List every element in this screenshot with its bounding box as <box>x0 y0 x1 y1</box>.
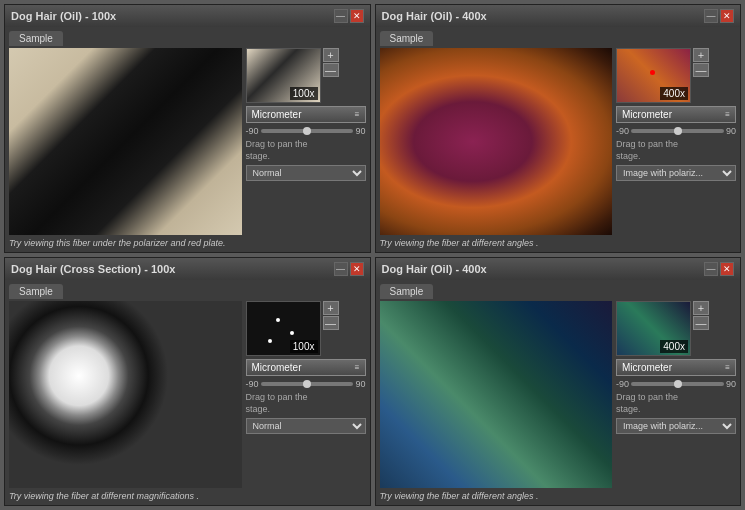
mode-select-1[interactable]: Normal <box>246 165 366 181</box>
slider-max-4: 90 <box>726 379 736 389</box>
micrometer-label-3: Micrometer ≡ <box>246 359 366 376</box>
zoom-in-button-3[interactable]: + <box>323 301 339 315</box>
main-grid: Dog Hair (Oil) - 100x — ✕ Sample <box>0 0 745 510</box>
image-bg-1 <box>9 48 242 235</box>
micrometer-icon-3: ≡ <box>355 363 360 372</box>
micrometer-icon-1: ≡ <box>355 110 360 119</box>
white-dot-1 <box>276 318 280 322</box>
slider-track-4[interactable] <box>631 382 724 386</box>
microscope-image-4[interactable] <box>380 301 613 488</box>
title-buttons-3: — ✕ <box>334 262 364 276</box>
panel-titlebar-1: Dog Hair (Oil) - 100x — ✕ <box>5 5 370 27</box>
slider-track-1[interactable] <box>261 129 354 133</box>
panel-titlebar-2: Dog Hair (Oil) - 400x — ✕ <box>376 5 741 27</box>
sample-tab-3[interactable]: Sample <box>9 284 63 299</box>
zoom-btn-row-2: + — <box>693 48 709 77</box>
sample-tab-1[interactable]: Sample <box>9 31 63 46</box>
close-button-3[interactable]: ✕ <box>350 262 364 276</box>
microscope-image-3[interactable] <box>9 301 242 488</box>
zoom-in-button-4[interactable]: + <box>693 301 709 315</box>
slider-row-1: -90 90 <box>246 126 366 136</box>
zoom-badge-1: 100x <box>290 87 318 100</box>
panel-body-4: Sample 400x + <box>376 280 741 505</box>
image-bg-4 <box>380 301 613 488</box>
drag-text-4: Drag to pan thestage. <box>616 392 736 415</box>
panel-body-3: Sample <box>5 280 370 505</box>
micrometer-text-2: Micrometer <box>622 109 672 120</box>
zoom-row-4: 400x + — <box>616 301 736 356</box>
sample-tab-4[interactable]: Sample <box>380 284 434 299</box>
zoom-row-2: 400x + — <box>616 48 736 103</box>
panel-title-3: Dog Hair (Cross Section) - 100x <box>11 263 175 275</box>
slider-row-4: -90 90 <box>616 379 736 389</box>
caption-4: Try viewing the fiber at different angle… <box>380 491 737 501</box>
panel-3: Dog Hair (Cross Section) - 100x — ✕ Samp… <box>4 257 371 506</box>
zoom-thumb-4: 400x <box>616 301 691 356</box>
slider-track-2[interactable] <box>631 129 724 133</box>
slider-row-2: -90 90 <box>616 126 736 136</box>
zoom-out-button-2[interactable]: — <box>693 63 709 77</box>
caption-3: Try viewing the fiber at different magni… <box>9 491 366 501</box>
slider-max-2: 90 <box>726 126 736 136</box>
controls-panel-4: 400x + — Micrometer ≡ -90 <box>616 301 736 488</box>
mode-select-3[interactable]: Normal <box>246 418 366 434</box>
minimize-button-2[interactable]: — <box>704 9 718 23</box>
slider-thumb-1 <box>303 127 311 135</box>
panel-4: Dog Hair (Oil) - 400x — ✕ Sample <box>375 257 742 506</box>
panel-2: Dog Hair (Oil) - 400x — ✕ Sample <box>375 4 742 253</box>
slider-thumb-2 <box>674 127 682 135</box>
minimize-button-1[interactable]: — <box>334 9 348 23</box>
zoom-btn-row-1: + — <box>323 48 339 77</box>
panel-title-1: Dog Hair (Oil) - 100x <box>11 10 116 22</box>
panel-title-4: Dog Hair (Oil) - 400x <box>382 263 487 275</box>
micrometer-icon-4: ≡ <box>725 363 730 372</box>
close-button-2[interactable]: ✕ <box>720 9 734 23</box>
zoom-thumb-1: 100x <box>246 48 321 103</box>
slider-max-1: 90 <box>355 126 365 136</box>
caption-1: Try viewing this fiber under the polariz… <box>9 238 366 248</box>
slider-min-3: -90 <box>246 379 259 389</box>
content-area-4: 400x + — Micrometer ≡ -90 <box>380 301 737 488</box>
zoom-btn-row-3: + — <box>323 301 339 330</box>
close-button-1[interactable]: ✕ <box>350 9 364 23</box>
image-bg-3 <box>9 301 242 488</box>
micrometer-text-4: Micrometer <box>622 362 672 373</box>
slider-thumb-4 <box>674 380 682 388</box>
panel-titlebar-4: Dog Hair (Oil) - 400x — ✕ <box>376 258 741 280</box>
zoom-row-3: 100x + — <box>246 301 366 356</box>
slider-thumb-3 <box>303 380 311 388</box>
zoom-out-button-4[interactable]: — <box>693 316 709 330</box>
zoom-in-button-1[interactable]: + <box>323 48 339 62</box>
zoom-thumb-2: 400x <box>616 48 691 103</box>
microscope-image-1[interactable] <box>9 48 242 235</box>
slider-row-3: -90 90 <box>246 379 366 389</box>
title-buttons-4: — ✕ <box>704 262 734 276</box>
minimize-button-3[interactable]: — <box>334 262 348 276</box>
zoom-in-button-2[interactable]: + <box>693 48 709 62</box>
drag-text-3: Drag to pan thestage. <box>246 392 366 415</box>
close-button-4[interactable]: ✕ <box>720 262 734 276</box>
minimize-button-4[interactable]: — <box>704 262 718 276</box>
micrometer-label-1: Micrometer ≡ <box>246 106 366 123</box>
micrometer-label-2: Micrometer ≡ <box>616 106 736 123</box>
content-area-2: 400x + — Micrometer ≡ -90 <box>380 48 737 235</box>
zoom-btn-row-4: + — <box>693 301 709 330</box>
zoom-out-button-3[interactable]: — <box>323 316 339 330</box>
zoom-thumb-3: 100x <box>246 301 321 356</box>
drag-text-2: Drag to pan thestage. <box>616 139 736 162</box>
zoom-out-button-1[interactable]: — <box>323 63 339 77</box>
slider-track-3[interactable] <box>261 382 354 386</box>
content-area-3: 100x + — Micrometer ≡ -90 <box>9 301 366 488</box>
panel-title-2: Dog Hair (Oil) - 400x <box>382 10 487 22</box>
zoom-badge-2: 400x <box>660 87 688 100</box>
microscope-image-2[interactable] <box>380 48 613 235</box>
caption-2: Try viewing the fiber at different angle… <box>380 238 737 248</box>
mode-select-2[interactable]: Image with polariz... <box>616 165 736 181</box>
micrometer-text-3: Micrometer <box>252 362 302 373</box>
image-bg-2 <box>380 48 613 235</box>
slider-min-4: -90 <box>616 379 629 389</box>
sample-tab-2[interactable]: Sample <box>380 31 434 46</box>
panel-titlebar-3: Dog Hair (Cross Section) - 100x — ✕ <box>5 258 370 280</box>
title-buttons-1: — ✕ <box>334 9 364 23</box>
mode-select-4[interactable]: Image with polariz... <box>616 418 736 434</box>
